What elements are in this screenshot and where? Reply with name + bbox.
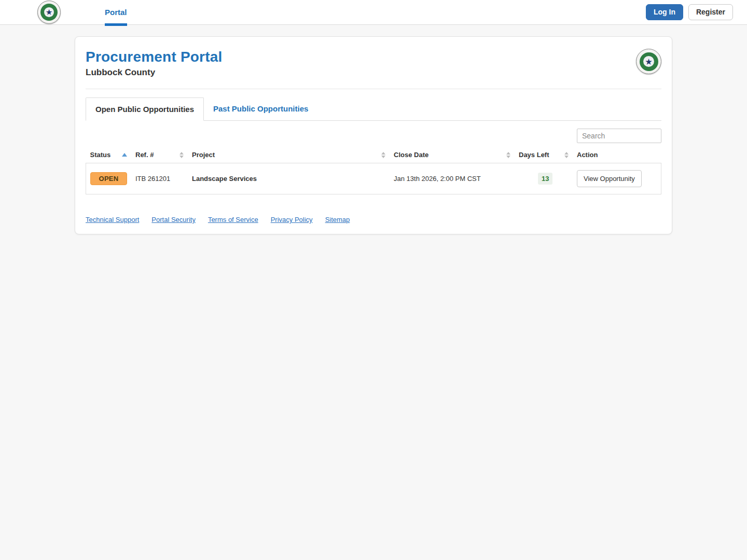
sort-both-icon (179, 152, 184, 158)
search-input[interactable] (577, 129, 661, 143)
opportunities-tabs: Open Public Opportunities Past Public Op… (86, 97, 661, 121)
footer-links: Technical Support Portal Security Terms … (86, 216, 661, 223)
column-header-project[interactable]: Project (188, 147, 390, 163)
days-left-badge: 13 (538, 173, 552, 185)
card-header: Procurement Portal Lubbock County ★ (86, 49, 661, 78)
status-badge: OPEN (90, 172, 127, 185)
link-portal-security[interactable]: Portal Security (151, 216, 196, 223)
cell-close-date: Jan 13th 2026, 2:00 PM CST (390, 163, 515, 194)
table-row: OPEN ITB 261201 Landscape Services Jan 1… (86, 163, 661, 194)
cell-project: Landscape Services (188, 163, 390, 194)
cell-ref: ITB 261201 (131, 163, 188, 194)
navbar-logo: ★ (37, 1, 61, 24)
nav-active-indicator (105, 23, 127, 26)
sort-asc-icon (122, 153, 127, 157)
column-header-ref[interactable]: Ref. # (131, 147, 188, 163)
cell-status: OPEN (86, 163, 132, 194)
star-icon: ★ (643, 56, 654, 67)
tab-open-public-opportunities[interactable]: Open Public Opportunities (86, 97, 204, 121)
view-opportunity-button[interactable]: View Opportunity (577, 170, 642, 187)
procurement-portal-card: Procurement Portal Lubbock County ★ Open… (75, 36, 672, 234)
cell-days-left: 13 (515, 163, 573, 194)
login-button[interactable]: Log In (646, 4, 683, 20)
star-icon: ★ (44, 7, 54, 17)
link-technical-support[interactable]: Technical Support (86, 216, 139, 223)
sort-both-icon (381, 152, 385, 158)
top-navbar: ★ Portal Log In Register (0, 0, 747, 25)
county-seal-icon-large: ★ (636, 49, 661, 74)
link-privacy-policy[interactable]: Privacy Policy (271, 216, 313, 223)
column-header-close-date[interactable]: Close Date (390, 147, 515, 163)
column-header-status[interactable]: Status (86, 147, 132, 163)
seal-green-ring: ★ (40, 4, 58, 21)
cell-action: View Opportunity (573, 163, 661, 194)
sort-both-icon (506, 152, 510, 158)
sort-both-icon (564, 152, 569, 158)
page-subtitle: Lubbock County (86, 67, 222, 78)
nav-item-portal[interactable]: Portal (105, 0, 127, 25)
page-title: Procurement Portal (86, 49, 222, 65)
register-button[interactable]: Register (688, 4, 733, 20)
column-header-action: Action (573, 147, 661, 163)
table-header: Status Ref. # Project (86, 147, 661, 163)
nav-portal-label: Portal (105, 8, 127, 17)
card-header-text: Procurement Portal Lubbock County (86, 49, 222, 78)
link-sitemap[interactable]: Sitemap (325, 216, 350, 223)
header-divider (86, 89, 661, 89)
tab-past-public-opportunities[interactable]: Past Public Opportunities (204, 97, 317, 120)
column-header-days-left[interactable]: Days Left (515, 147, 573, 163)
seal-green-ring: ★ (640, 52, 658, 71)
table-body: OPEN ITB 261201 Landscape Services Jan 1… (86, 163, 661, 194)
county-seal-icon: ★ (37, 1, 61, 24)
link-terms-of-service[interactable]: Terms of Service (208, 216, 258, 223)
search-row (86, 129, 661, 143)
opportunities-table: Status Ref. # Project (86, 147, 661, 194)
